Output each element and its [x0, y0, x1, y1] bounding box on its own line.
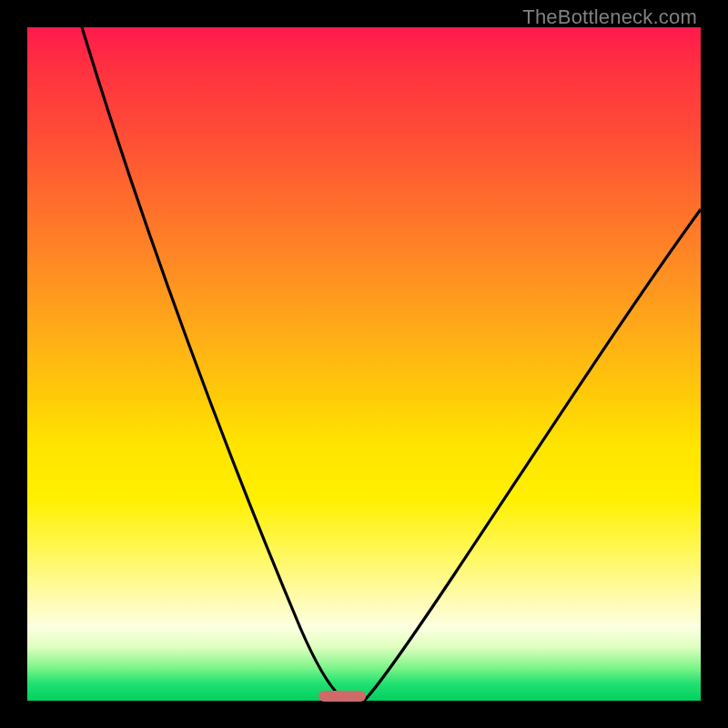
optimum-marker [318, 691, 366, 702]
chart-background-gradient [27, 27, 701, 701]
chart-frame [27, 27, 701, 701]
watermark-text: TheBottleneck.com [522, 5, 697, 29]
